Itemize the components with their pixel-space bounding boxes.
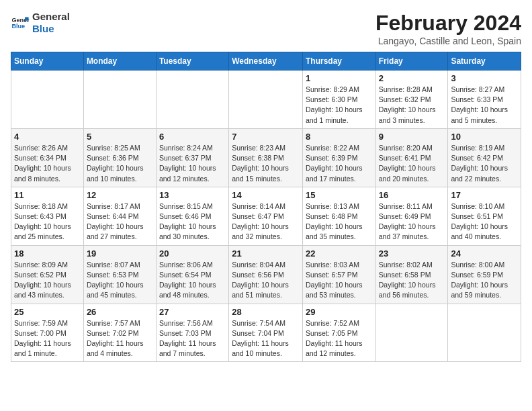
day-info: Sunrise: 8:19 AM Sunset: 6:42 PM Dayligh… [451, 143, 518, 184]
day-number: 29 [306, 307, 373, 317]
day-info: Sunrise: 7:52 AM Sunset: 7:05 PM Dayligh… [306, 318, 373, 359]
calendar-cell [375, 304, 448, 362]
day-info: Sunrise: 8:15 AM Sunset: 6:46 PM Dayligh… [159, 201, 226, 242]
calendar-week-row: 4Sunrise: 8:26 AM Sunset: 6:34 PM Daylig… [11, 128, 521, 187]
logo-general: General [32, 11, 70, 23]
logo: General Blue General Blue [11, 11, 70, 35]
logo-icon: General Blue [11, 13, 30, 32]
day-number: 10 [451, 132, 518, 142]
day-info: Sunrise: 8:11 AM Sunset: 6:49 PM Dayligh… [379, 201, 445, 242]
calendar-cell: 16Sunrise: 8:11 AM Sunset: 6:49 PM Dayli… [375, 187, 448, 245]
calendar-week-row: 25Sunrise: 7:59 AM Sunset: 7:00 PM Dayli… [11, 304, 521, 362]
day-number: 2 [379, 73, 445, 83]
calendar-cell: 6Sunrise: 8:24 AM Sunset: 6:37 PM Daylig… [156, 128, 228, 187]
header-row: SundayMondayTuesdayWednesdayThursdayFrid… [11, 52, 521, 71]
day-number: 23 [379, 248, 445, 259]
day-number: 14 [232, 190, 300, 200]
calendar-cell [448, 304, 521, 362]
calendar-cell: 4Sunrise: 8:26 AM Sunset: 6:34 PM Daylig… [11, 128, 84, 187]
calendar-cell: 26Sunrise: 7:57 AM Sunset: 7:02 PM Dayli… [83, 304, 156, 362]
calendar-cell [83, 71, 156, 129]
day-number: 16 [379, 190, 445, 200]
day-info: Sunrise: 8:20 AM Sunset: 6:41 PM Dayligh… [379, 143, 445, 184]
day-info: Sunrise: 8:03 AM Sunset: 6:57 PM Dayligh… [306, 260, 373, 301]
calendar-cell: 8Sunrise: 8:22 AM Sunset: 6:39 PM Daylig… [302, 128, 375, 187]
calendar-cell: 12Sunrise: 8:17 AM Sunset: 6:44 PM Dayli… [83, 187, 156, 245]
calendar-week-row: 18Sunrise: 8:09 AM Sunset: 6:52 PM Dayli… [11, 245, 521, 304]
day-info: Sunrise: 8:13 AM Sunset: 6:48 PM Dayligh… [306, 201, 373, 242]
calendar-cell: 1Sunrise: 8:29 AM Sunset: 6:30 PM Daylig… [302, 71, 375, 129]
day-info: Sunrise: 8:06 AM Sunset: 6:54 PM Dayligh… [159, 260, 226, 301]
day-number: 22 [306, 248, 373, 259]
day-info: Sunrise: 8:27 AM Sunset: 6:33 PM Dayligh… [451, 85, 518, 126]
calendar-cell: 5Sunrise: 8:25 AM Sunset: 6:36 PM Daylig… [83, 128, 156, 187]
day-number: 9 [379, 132, 445, 142]
calendar-cell: 27Sunrise: 7:56 AM Sunset: 7:03 PM Dayli… [156, 304, 228, 362]
calendar-cell: 25Sunrise: 7:59 AM Sunset: 7:00 PM Dayli… [11, 304, 84, 362]
location: Langayo, Castille and Leon, Spain [375, 36, 521, 46]
day-number: 25 [14, 307, 81, 317]
month-year: February 2024 [375, 11, 521, 36]
calendar-cell: 20Sunrise: 8:06 AM Sunset: 6:54 PM Dayli… [156, 245, 228, 304]
day-number: 12 [87, 190, 153, 200]
calendar-cell: 24Sunrise: 8:00 AM Sunset: 6:59 PM Dayli… [448, 245, 521, 304]
calendar-cell: 19Sunrise: 8:07 AM Sunset: 6:53 PM Dayli… [83, 245, 156, 304]
header: General Blue General Blue February 2024 … [11, 11, 521, 46]
day-number: 13 [159, 190, 226, 200]
calendar-cell: 10Sunrise: 8:19 AM Sunset: 6:42 PM Dayli… [448, 128, 521, 187]
day-number: 8 [306, 132, 373, 142]
weekday-header: Monday [83, 52, 156, 71]
calendar-header: SundayMondayTuesdayWednesdayThursdayFrid… [11, 52, 521, 71]
calendar-cell: 13Sunrise: 8:15 AM Sunset: 6:46 PM Dayli… [156, 187, 228, 245]
day-number: 24 [451, 248, 518, 259]
calendar-cell: 18Sunrise: 8:09 AM Sunset: 6:52 PM Dayli… [11, 245, 84, 304]
day-number: 27 [159, 307, 226, 317]
logo-blue: Blue [32, 23, 70, 35]
calendar-cell: 14Sunrise: 8:14 AM Sunset: 6:47 PM Dayli… [229, 187, 303, 245]
day-info: Sunrise: 7:54 AM Sunset: 7:04 PM Dayligh… [232, 318, 300, 359]
day-info: Sunrise: 8:29 AM Sunset: 6:30 PM Dayligh… [306, 85, 373, 126]
calendar-body: 1Sunrise: 8:29 AM Sunset: 6:30 PM Daylig… [11, 71, 521, 362]
day-number: 5 [87, 132, 153, 142]
day-info: Sunrise: 7:57 AM Sunset: 7:02 PM Dayligh… [87, 318, 153, 359]
calendar-cell: 2Sunrise: 8:28 AM Sunset: 6:32 PM Daylig… [375, 71, 448, 129]
day-info: Sunrise: 8:22 AM Sunset: 6:39 PM Dayligh… [306, 143, 373, 184]
calendar-cell: 11Sunrise: 8:18 AM Sunset: 6:43 PM Dayli… [11, 187, 84, 245]
day-number: 20 [159, 248, 226, 259]
calendar-week-row: 1Sunrise: 8:29 AM Sunset: 6:30 PM Daylig… [11, 71, 521, 129]
day-number: 26 [87, 307, 153, 317]
day-info: Sunrise: 8:24 AM Sunset: 6:37 PM Dayligh… [159, 143, 226, 184]
weekday-header: Wednesday [229, 52, 303, 71]
day-info: Sunrise: 8:17 AM Sunset: 6:44 PM Dayligh… [87, 201, 153, 242]
weekday-header: Thursday [302, 52, 375, 71]
day-info: Sunrise: 7:59 AM Sunset: 7:00 PM Dayligh… [14, 318, 81, 359]
day-info: Sunrise: 8:07 AM Sunset: 6:53 PM Dayligh… [87, 260, 153, 301]
calendar-cell: 23Sunrise: 8:02 AM Sunset: 6:58 PM Dayli… [375, 245, 448, 304]
calendar-cell: 3Sunrise: 8:27 AM Sunset: 6:33 PM Daylig… [448, 71, 521, 129]
calendar-cell [11, 71, 84, 129]
day-info: Sunrise: 8:25 AM Sunset: 6:36 PM Dayligh… [87, 143, 153, 184]
day-number: 21 [232, 248, 300, 259]
calendar-cell: 15Sunrise: 8:13 AM Sunset: 6:48 PM Dayli… [302, 187, 375, 245]
day-info: Sunrise: 8:04 AM Sunset: 6:56 PM Dayligh… [232, 260, 300, 301]
calendar-table: SundayMondayTuesdayWednesdayThursdayFrid… [11, 52, 521, 362]
weekday-header: Saturday [448, 52, 521, 71]
day-info: Sunrise: 8:09 AM Sunset: 6:52 PM Dayligh… [14, 260, 81, 301]
calendar-cell [229, 71, 303, 129]
day-number: 11 [14, 190, 81, 200]
calendar-cell: 29Sunrise: 7:52 AM Sunset: 7:05 PM Dayli… [302, 304, 375, 362]
day-number: 28 [232, 307, 300, 317]
calendar-cell: 21Sunrise: 8:04 AM Sunset: 6:56 PM Dayli… [229, 245, 303, 304]
weekday-header: Friday [375, 52, 448, 71]
day-number: 15 [306, 190, 373, 200]
day-info: Sunrise: 8:18 AM Sunset: 6:43 PM Dayligh… [14, 201, 81, 242]
title-area: February 2024 Langayo, Castille and Leon… [375, 11, 521, 46]
day-info: Sunrise: 8:26 AM Sunset: 6:34 PM Dayligh… [14, 143, 81, 184]
day-number: 18 [14, 248, 81, 259]
day-info: Sunrise: 7:56 AM Sunset: 7:03 PM Dayligh… [159, 318, 226, 359]
day-number: 19 [87, 248, 153, 259]
day-number: 6 [159, 132, 226, 142]
day-info: Sunrise: 8:23 AM Sunset: 6:38 PM Dayligh… [232, 143, 300, 184]
weekday-header: Tuesday [156, 52, 228, 71]
day-info: Sunrise: 8:28 AM Sunset: 6:32 PM Dayligh… [379, 85, 445, 126]
